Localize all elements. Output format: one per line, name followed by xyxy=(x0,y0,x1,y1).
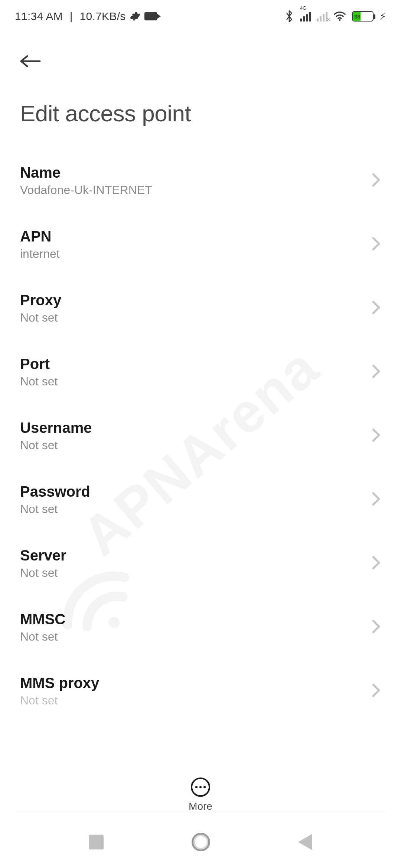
row-value: internet xyxy=(20,247,60,261)
row-proxy[interactable]: Proxy Not set xyxy=(20,276,381,340)
row-label: Password xyxy=(20,483,90,500)
row-label: APN xyxy=(20,228,60,245)
row-port[interactable]: Port Not set xyxy=(20,340,381,404)
bottom-divider xyxy=(15,812,386,812)
row-value: Not set xyxy=(20,566,66,580)
gear-icon xyxy=(130,11,141,22)
charging-icon: ⚡︎ xyxy=(379,11,386,22)
signal-sim1-icon: 4G xyxy=(300,11,311,22)
chevron-right-icon xyxy=(371,364,381,380)
row-value: Not set xyxy=(20,502,90,516)
row-value: Not set xyxy=(20,630,65,644)
row-value: Vodafone-Uk-INTERNET xyxy=(20,183,152,197)
row-label: MMS proxy xyxy=(20,675,99,691)
battery-percent: 38 xyxy=(354,13,361,20)
camera-icon xyxy=(144,12,157,20)
more-label: More xyxy=(189,800,212,812)
chevron-right-icon xyxy=(371,300,381,316)
chevron-right-icon xyxy=(371,428,381,444)
chevron-right-icon xyxy=(371,683,381,699)
bluetooth-icon xyxy=(284,10,294,23)
row-mmsc[interactable]: MMSC Not set xyxy=(20,595,381,659)
chevron-right-icon xyxy=(371,236,381,253)
wifi-icon xyxy=(333,11,346,22)
chevron-right-icon xyxy=(371,172,381,189)
apn-settings-list: Name Vodafone-Uk-INTERNET APN internet P… xyxy=(0,149,401,723)
status-bar: 11:34 AM | 10.7KB/s 4G ✕ 38 xyxy=(0,0,401,26)
row-label: Name xyxy=(20,164,152,181)
android-nav-bar xyxy=(0,816,401,868)
battery-icon: 38 xyxy=(352,11,374,22)
row-value: Not set xyxy=(20,438,92,452)
back-button[interactable] xyxy=(20,48,46,74)
status-sep: | xyxy=(66,10,76,23)
row-value: Not set xyxy=(20,694,99,707)
row-apn[interactable]: APN internet xyxy=(20,213,381,276)
status-time: 11:34 AM xyxy=(15,10,63,23)
chevron-right-icon xyxy=(371,619,381,635)
row-name[interactable]: Name Vodafone-Uk-INTERNET xyxy=(20,149,381,213)
chevron-right-icon xyxy=(371,491,381,508)
nav-back-button[interactable] xyxy=(298,834,312,850)
row-username[interactable]: Username Not set xyxy=(20,404,381,468)
page-title: Edit access point xyxy=(20,100,381,126)
row-label: Server xyxy=(20,547,66,564)
signal-sim2-icon: ✕ xyxy=(317,11,327,22)
arrow-left-icon xyxy=(20,53,41,69)
row-value: Not set xyxy=(20,375,58,388)
row-server[interactable]: Server Not set xyxy=(20,532,381,595)
status-net-speed: 10.7KB/s xyxy=(80,10,126,23)
nav-recent-button[interactable] xyxy=(89,835,104,849)
more-button[interactable] xyxy=(191,777,210,797)
row-value: Not set xyxy=(20,311,61,325)
signal-4g-tag: 4G xyxy=(300,5,306,11)
row-mms-proxy[interactable]: MMS proxy Not set xyxy=(20,659,381,723)
row-label: MMSC xyxy=(20,611,65,628)
nav-home-button[interactable] xyxy=(192,833,210,851)
row-label: Username xyxy=(20,420,92,436)
more-dots-icon xyxy=(195,786,206,788)
row-label: Port xyxy=(20,356,58,372)
bottom-action-bar: More xyxy=(0,766,401,812)
row-label: Proxy xyxy=(20,292,61,309)
svg-point-1 xyxy=(339,19,341,21)
row-password[interactable]: Password Not set xyxy=(20,468,381,532)
chevron-right-icon xyxy=(371,555,381,572)
